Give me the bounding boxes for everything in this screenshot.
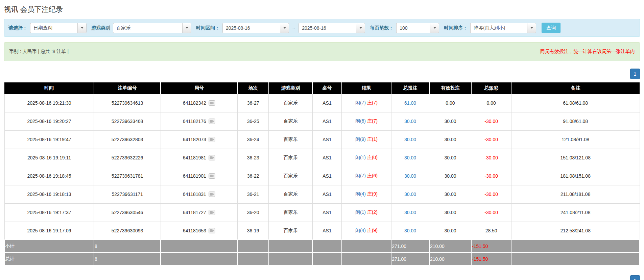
cell-game-type: 百家乐 — [269, 94, 313, 112]
replay-video-button[interactable] — [209, 192, 215, 197]
page-1-button[interactable]: 1 — [630, 69, 640, 79]
table-row: 2025-08-16 19:18:13522739631171641181831… — [4, 185, 640, 203]
total-label: 总计 — [4, 253, 94, 265]
query-type-dropdown-button[interactable] — [77, 23, 87, 33]
round-id-text: 641182073 — [183, 137, 206, 142]
replay-video-button[interactable] — [209, 210, 215, 215]
round-id-text: 641181727 — [183, 210, 206, 215]
date-to-input[interactable] — [299, 23, 356, 33]
empty-cell — [511, 253, 640, 265]
game-type-dropdown-button[interactable] — [182, 23, 191, 33]
sort-order-input[interactable] — [470, 23, 527, 33]
replay-video-button[interactable] — [209, 173, 215, 179]
cell-result: 闲(1) 庄(0) — [342, 149, 391, 167]
search-button[interactable]: 查询 — [542, 23, 560, 33]
cell-bet-id: 522739632803 — [94, 130, 161, 149]
cell-game-type: 百家乐 — [269, 167, 313, 185]
column-header: 总派彩 — [471, 82, 511, 94]
total-bet-link[interactable]: 30.00 — [404, 192, 416, 197]
cell-total-bet: 30.00 — [391, 185, 429, 203]
replay-video-button[interactable] — [209, 155, 215, 160]
date-from-dropdown-button[interactable] — [280, 23, 289, 33]
table-row: 2025-08-16 19:18:45522739631781641181901… — [4, 167, 640, 185]
chevron-down-icon — [186, 27, 188, 29]
page-1-button[interactable]: 1 — [630, 275, 640, 280]
cell-remark: 61.08/61.08 — [511, 94, 640, 112]
cell-payout: -30.00 — [471, 185, 511, 203]
column-header: 局号 — [161, 82, 237, 94]
replay-video-icon — [209, 228, 215, 233]
empty-cell — [269, 253, 313, 265]
cell-bet-id: 522739631171 — [94, 185, 161, 203]
empty-cell — [238, 240, 269, 253]
replay-video-button[interactable] — [209, 100, 215, 106]
cell-total-bet: 30.00 — [391, 112, 429, 130]
result-banker: 庄(1) — [367, 136, 378, 142]
replay-video-button[interactable] — [209, 228, 215, 233]
cell-session: 36-22 — [238, 167, 269, 185]
cell-time: 2025-08-16 19:21:30 — [4, 94, 94, 112]
round-id-text: 641181981 — [183, 155, 206, 160]
cell-time: 2025-08-16 19:20:27 — [4, 112, 94, 130]
chevron-down-icon — [283, 27, 286, 29]
column-header: 结果 — [342, 82, 391, 94]
filter-bar: 请选择： 游戏类别 时间区间： ~ 每页笔数： 时间排序： — [4, 19, 640, 37]
valid-bet-notice: 同局有效投注，统一计算在该局第一张注单内 — [540, 49, 635, 55]
cell-payout: 28.50 — [471, 222, 511, 240]
total-bet-link[interactable]: 30.00 — [404, 173, 416, 179]
cell-time: 2025-08-16 19:19:47 — [4, 130, 94, 149]
empty-cell — [161, 240, 237, 253]
cell-total-bet: 30.00 — [391, 167, 429, 185]
column-header: 桌号 — [312, 82, 341, 94]
round-id-text: 641182342 — [183, 100, 206, 106]
page-size-dropdown-button[interactable] — [430, 23, 439, 33]
sort-order-label: 时间排序： — [444, 25, 468, 31]
cell-valid-bet: 30.00 — [429, 112, 471, 130]
cell-result: 闲(4) 庄(9) — [342, 185, 391, 203]
cell-session: 36-23 — [238, 149, 269, 167]
subtotal-valid-bet: 210.00 — [429, 240, 471, 253]
currency-total-text: 币别 : 人民币 | 总共 :8 注单 | — [9, 49, 69, 55]
cell-round-id: 641181981 — [161, 149, 237, 167]
total-count: 8 — [94, 253, 161, 265]
time-range-label: 时间区间： — [196, 25, 220, 31]
bottom-pagination: 1 — [4, 275, 640, 280]
replay-video-button[interactable] — [209, 137, 215, 142]
date-to-dropdown-button[interactable] — [356, 23, 365, 33]
sort-order-dropdown-button[interactable] — [527, 23, 536, 33]
subtotal-label: 小计 — [4, 240, 94, 253]
total-bet-link[interactable]: 30.00 — [404, 210, 416, 215]
result-player: 闲(4) — [355, 228, 366, 233]
total-bet-link[interactable]: 30.00 — [404, 228, 416, 233]
query-type-combo — [30, 23, 87, 33]
replay-video-icon — [209, 119, 215, 124]
cell-game-type: 百家乐 — [269, 112, 313, 130]
total-bet-link[interactable]: 30.00 — [404, 119, 416, 124]
cell-bet-id: 522739634613 — [94, 94, 161, 112]
game-type-combo — [113, 23, 191, 33]
total-payout: -151.50 — [471, 253, 511, 265]
cell-time: 2025-08-16 19:18:45 — [4, 167, 94, 185]
cell-game-type: 百家乐 — [269, 222, 313, 240]
cell-result: 闲(4) 庄(9) — [342, 222, 391, 240]
page-size-input[interactable] — [396, 23, 430, 33]
table-body: 2025-08-16 19:21:30522739634613641182342… — [4, 94, 640, 240]
total-bet-link[interactable]: 61.00 — [404, 100, 416, 106]
cell-table-no: AS1 — [312, 130, 341, 149]
cell-game-type: 百家乐 — [269, 130, 313, 149]
cell-time: 2025-08-16 19:18:13 — [4, 185, 94, 203]
query-type-input[interactable] — [30, 23, 77, 33]
subtotal-payout: -151.50 — [471, 240, 511, 253]
cell-session: 36-24 — [238, 130, 269, 149]
total-bet-link[interactable]: 30.00 — [404, 155, 416, 160]
total-bet-link[interactable]: 30.00 — [404, 137, 416, 142]
cell-bet-id: 522739632226 — [94, 149, 161, 167]
date-from-input[interactable] — [222, 23, 280, 33]
query-type-label: 请选择： — [8, 25, 27, 31]
cell-round-id: 641181901 — [161, 167, 237, 185]
cell-valid-bet: 30.00 — [429, 167, 471, 185]
cell-game-type: 百家乐 — [269, 185, 313, 203]
game-type-input[interactable] — [113, 23, 182, 33]
replay-video-button[interactable] — [209, 119, 215, 124]
cell-payout: -30.00 — [471, 149, 511, 167]
